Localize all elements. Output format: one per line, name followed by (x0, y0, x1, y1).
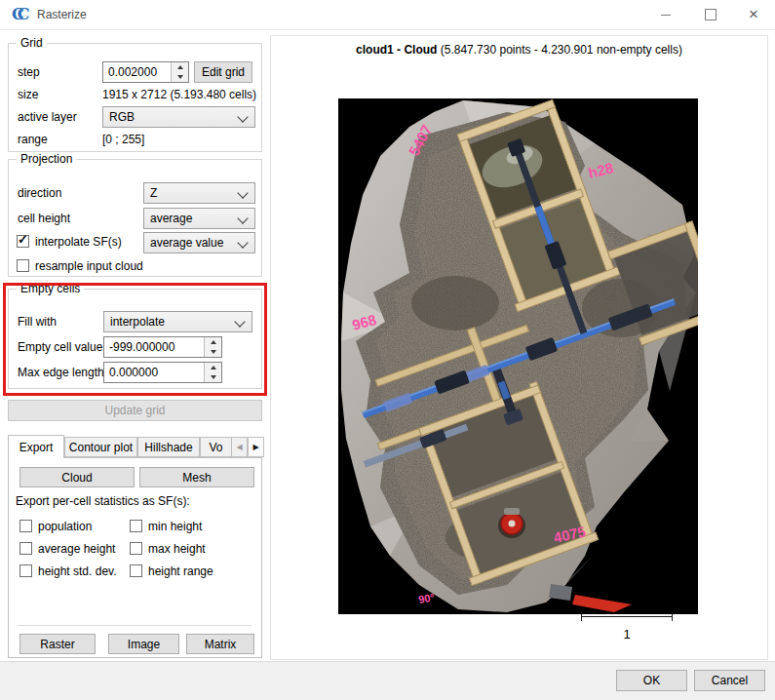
cell-height-value: average (150, 212, 192, 225)
tab-scroll-left-button[interactable]: ◀ (231, 437, 248, 457)
ok-button[interactable]: OK (616, 670, 687, 691)
step-spin-buttons (171, 62, 188, 82)
active-layer-value: RGB (109, 110, 135, 124)
fill-with-combo[interactable]: interpolate (103, 311, 252, 332)
cell-height-combo[interactable]: average (143, 208, 255, 229)
close-icon: × (749, 5, 758, 24)
title-bar: CC Rasterize × (0, 0, 775, 30)
interpolate-sf-value: average value (150, 236, 223, 250)
chevron-down-icon (234, 316, 245, 327)
cloudcompare-logo-icon: CC (12, 5, 35, 23)
chevron-down-icon (237, 213, 248, 223)
empty-cell-spin-buttons (204, 337, 221, 357)
step-spin-down[interactable] (172, 72, 188, 82)
scroll-left-icon: ◀ (236, 443, 242, 451)
check-icon: ✓ (18, 232, 28, 247)
height-range-checkbox[interactable] (130, 564, 142, 577)
interpolate-sf-label: interpolate SF(s) (35, 234, 122, 250)
max-edge-length-spinbox[interactable]: 0.000000 (103, 362, 222, 383)
fill-with-value: interpolate (110, 315, 165, 329)
empty-cell-value-spinbox[interactable]: -999.000000 (103, 336, 222, 358)
edit-grid-button[interactable]: Edit grid (194, 61, 252, 83)
step-spin-up[interactable] (172, 62, 188, 72)
grid-group-title: Grid (17, 36, 47, 51)
max-edge-spin-up[interactable] (205, 363, 221, 372)
height-range-label: height range (148, 564, 213, 579)
max-edge-spin-buttons (204, 363, 221, 382)
interpolate-sf-checkbox[interactable]: ✓ (17, 235, 29, 248)
max-edge-length-label: Max edge length (18, 365, 104, 380)
max-edge-spin-down[interactable] (205, 372, 221, 382)
scale-bar (581, 612, 673, 622)
average-height-checkbox[interactable] (19, 542, 32, 555)
cell-height-label: cell height (18, 211, 70, 226)
fill-with-label: Fill with (18, 314, 57, 330)
cloud-render-view: 5407 h28 968 4075 90° (338, 98, 698, 614)
height-std-dev-label: height std. dev. (38, 564, 117, 579)
max-height-label: max height (148, 541, 206, 557)
step-label: step (18, 64, 40, 80)
step-value: 0.002000 (108, 65, 157, 79)
size-label: size (18, 87, 38, 102)
min-height-label: min height (148, 519, 202, 534)
minimize-icon (661, 15, 671, 16)
raster-button[interactable]: Raster (19, 634, 96, 654)
population-label: population (38, 519, 92, 534)
projection-group-title: Projection (17, 152, 76, 167)
active-layer-label: active layer (18, 109, 77, 125)
maximize-button[interactable] (696, 4, 725, 25)
average-height-label: average height (38, 541, 115, 557)
direction-label: direction (18, 185, 61, 201)
empty-cell-value: -999.000000 (109, 340, 174, 354)
export-mesh-button[interactable]: Mesh (139, 467, 254, 487)
stats-label: Export per-cell statistics as SF(s): (16, 493, 190, 509)
cancel-button[interactable]: Cancel (694, 670, 765, 691)
empty-cell-spin-down[interactable] (205, 347, 221, 357)
matrix-button[interactable]: Matrix (186, 634, 254, 654)
close-button[interactable]: × (739, 4, 768, 25)
max-edge-length-value: 0.000000 (109, 366, 158, 379)
tab-volume[interactable]: Vo (200, 437, 232, 457)
separator-line (18, 625, 252, 626)
direction-combo[interactable]: Z (143, 182, 255, 204)
min-height-checkbox[interactable] (130, 520, 142, 532)
range-label: range (18, 132, 48, 147)
cloud-title-stats: (5.847.730 points - 4.230.901 non-empty … (437, 43, 681, 57)
empty-cell-spin-up[interactable] (205, 337, 221, 347)
active-layer-combo[interactable]: RGB (102, 106, 255, 128)
empty-cell-value-label: Empty cell value (18, 339, 102, 355)
tab-hillshade[interactable]: Hillshade (137, 437, 200, 457)
window-title: Rasterize (37, 8, 87, 21)
max-height-checkbox[interactable] (130, 542, 142, 555)
resample-checkbox[interactable] (17, 259, 29, 272)
size-value: 1915 x 2712 (5.193.480 cells) (102, 87, 256, 102)
maximize-icon (705, 9, 717, 20)
update-grid-button[interactable]: Update grid (8, 400, 262, 421)
interpolate-sf-combo[interactable]: average value (143, 232, 255, 253)
chevron-down-icon (237, 187, 248, 198)
tab-contour-plot[interactable]: Contour plot (64, 437, 137, 457)
export-cloud-button[interactable]: Cloud (19, 467, 135, 487)
chevron-down-icon (237, 111, 248, 122)
cloud-title-name: cloud1 - Cloud (356, 43, 437, 57)
population-checkbox[interactable] (19, 520, 32, 532)
empty-cells-group-title: Empty cells (17, 282, 84, 296)
tab-export[interactable]: Export (8, 435, 64, 458)
height-std-dev-checkbox[interactable] (19, 564, 32, 577)
chevron-down-icon (237, 237, 248, 248)
minimize-button[interactable] (651, 4, 680, 25)
cloud-title: cloud1 - Cloud (5.847.730 points - 4.230… (270, 43, 768, 57)
scale-bar-label: 1 (581, 627, 673, 642)
tab-scroll-right-button[interactable]: ▶ (248, 437, 264, 457)
direction-value: Z (150, 186, 157, 200)
scroll-right-icon: ▶ (252, 443, 258, 451)
resample-label: resample input cloud (35, 258, 143, 274)
image-button[interactable]: Image (108, 634, 179, 654)
step-spinbox[interactable]: 0.002000 (102, 61, 189, 83)
range-value: [0 ; 255] (102, 132, 144, 147)
